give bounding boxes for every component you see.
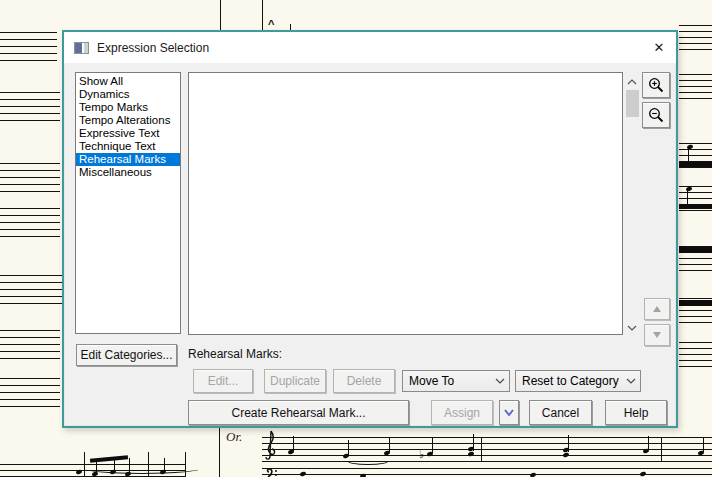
- note-glyph: [468, 451, 475, 457]
- note-glyph: [640, 471, 647, 477]
- staff-lines: [0, 208, 60, 237]
- instrument-label: Or.: [226, 429, 242, 445]
- staff-lines: [0, 275, 62, 304]
- slur-curve: [346, 456, 390, 465]
- chevron-down-icon: [503, 408, 515, 417]
- note-stem: [432, 438, 433, 453]
- create-rehearsal-mark-button[interactable]: Create Rehearsal Mark...: [188, 400, 409, 425]
- category-item-rehearsal-marks[interactable]: Rehearsal Marks: [76, 153, 180, 166]
- triangle-up-icon: [653, 306, 661, 312]
- treble-clef-icon: [264, 430, 278, 462]
- chevron-down-icon: [622, 378, 640, 384]
- category-list[interactable]: Show AllDynamicsTempo MarksTempo Alterat…: [75, 72, 181, 334]
- staff-lines: [0, 378, 60, 407]
- duplicate-button[interactable]: Duplicate: [264, 369, 326, 393]
- note-stem: [703, 437, 704, 452]
- flat-icon: ♭: [419, 449, 424, 460]
- staff-lines: [0, 92, 60, 121]
- expression-selection-dialog: Expression Selection ✕ Show AllDynamicsT…: [62, 30, 678, 428]
- edit-button[interactable]: Edit...: [193, 369, 253, 393]
- note-stem: [389, 437, 390, 452]
- barline: [219, 425, 220, 477]
- reset-to-category-value: Reset to Category: [516, 374, 622, 388]
- note-beam: [679, 204, 712, 209]
- note-beam: [679, 300, 712, 306]
- note-stem: [687, 190, 688, 205]
- note-stem: [348, 440, 349, 455]
- close-icon[interactable]: ✕: [642, 32, 676, 63]
- move-to-value: Move To: [403, 374, 491, 388]
- note-glyph: [563, 452, 570, 458]
- zoom-in-icon: [648, 77, 665, 94]
- category-item-expressive-text[interactable]: Expressive Text: [76, 127, 180, 140]
- move-to-dropdown[interactable]: Move To: [402, 370, 510, 392]
- marcato-icon: ^: [268, 19, 274, 30]
- barline: [481, 437, 482, 462]
- triangle-down-icon: [653, 332, 661, 338]
- assign-button[interactable]: Assign: [431, 400, 493, 425]
- zoom-out-button[interactable]: [642, 102, 670, 128]
- move-up-button[interactable]: [644, 298, 670, 320]
- barline: [220, 0, 221, 30]
- expression-tool-icon: [74, 42, 89, 54]
- note-stem: [568, 435, 569, 452]
- bass-clef-icon: [266, 468, 278, 477]
- category-item-tempo-alterations[interactable]: Tempo Alterations: [76, 114, 180, 127]
- staff-lines: [679, 74, 712, 99]
- help-button[interactable]: Help: [605, 400, 667, 425]
- scroll-down-icon[interactable]: [625, 322, 639, 334]
- note-stem: [688, 148, 689, 163]
- dialog-title: Expression Selection: [97, 41, 209, 55]
- category-item-show-all[interactable]: Show All: [76, 75, 180, 88]
- note-stem: [648, 436, 649, 450]
- category-item-technique-text[interactable]: Technique Text: [76, 140, 180, 153]
- section-heading: Rehearsal Marks:: [188, 347, 282, 361]
- expression-list[interactable]: [188, 72, 623, 335]
- category-item-dynamics[interactable]: Dynamics: [76, 88, 180, 101]
- note-glyph: [300, 471, 307, 477]
- note-glyph: [530, 472, 537, 477]
- note-stem: [473, 434, 474, 451]
- slur-curve: [82, 462, 202, 474]
- edit-categories-button[interactable]: Edit Categories...: [76, 344, 177, 366]
- staff-lines: [0, 330, 60, 359]
- assign-options-button[interactable]: [499, 400, 519, 425]
- note-beam: [679, 162, 712, 167]
- zoom-out-icon: [648, 107, 665, 124]
- chevron-down-icon: [491, 378, 509, 384]
- staff-lines: [0, 163, 60, 192]
- delete-button[interactable]: Delete: [333, 369, 395, 393]
- dialog-titlebar[interactable]: Expression Selection ✕: [64, 32, 676, 63]
- barline: [84, 452, 85, 477]
- note-stem: [293, 436, 294, 451]
- staff-lines: [679, 342, 712, 367]
- barline: [661, 437, 662, 462]
- cancel-button[interactable]: Cancel: [529, 400, 592, 425]
- category-item-tempo-marks[interactable]: Tempo Marks: [76, 101, 180, 114]
- note-glyph: [360, 473, 367, 477]
- staff-lines: [679, 25, 712, 50]
- move-down-button[interactable]: [644, 324, 670, 346]
- note-glyph: [76, 469, 83, 475]
- reset-to-category-dropdown[interactable]: Reset to Category: [515, 370, 641, 392]
- category-item-miscellaneous[interactable]: Miscellaneous: [76, 166, 180, 179]
- zoom-in-button[interactable]: [642, 72, 670, 98]
- staff-lines: [0, 32, 57, 61]
- barline: [262, 0, 263, 30]
- scroll-up-icon[interactable]: [625, 76, 639, 88]
- note-beam: [679, 247, 712, 253]
- scrollbar-thumb[interactable]: [626, 90, 639, 117]
